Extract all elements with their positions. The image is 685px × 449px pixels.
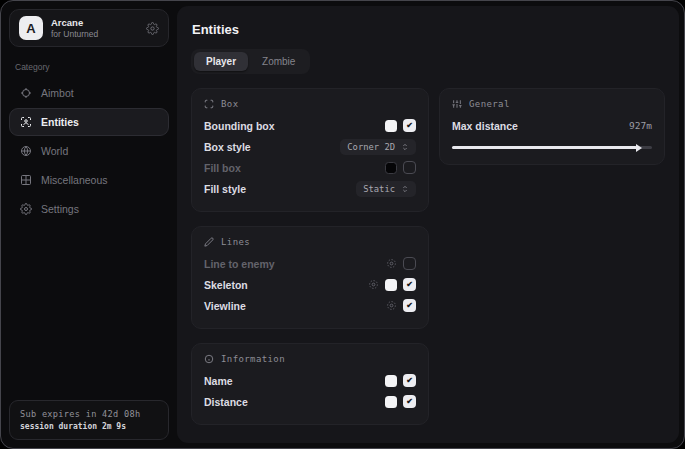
globe-icon — [20, 145, 32, 157]
tab-zombie[interactable]: Zombie — [250, 52, 307, 71]
sidebar-item-label: Settings — [41, 203, 79, 215]
color-swatch[interactable] — [385, 396, 397, 408]
box-style-dropdown[interactable]: Corner 2D — [340, 139, 416, 155]
chevrons-up-down-icon — [401, 185, 409, 193]
tab-player[interactable]: Player — [194, 52, 248, 71]
grid-icon — [20, 174, 32, 186]
setting-row: Fill style Static — [204, 178, 416, 199]
setting-row: Max distance 927m — [452, 115, 652, 136]
setting-row: Distance — [204, 391, 416, 412]
chevrons-up-down-icon — [401, 143, 409, 151]
gear-icon[interactable] — [146, 22, 159, 35]
app-window: A Arcane for Unturned Category Aimbot — [0, 0, 685, 449]
gear-icon[interactable] — [386, 300, 397, 311]
setting-row: Line to enemy — [204, 253, 416, 274]
setting-row: Box style Corner 2D — [204, 136, 416, 157]
max-distance-value: 927m — [629, 120, 652, 131]
setting-row: Viewline — [204, 295, 416, 316]
sidebar-nav: Aimbot Entities World Miscellaneous — [9, 79, 169, 223]
sub-expiry-text: Sub expires in 42d 08h — [20, 409, 158, 419]
color-swatch[interactable] — [385, 162, 397, 174]
app-subtitle: for Unturned — [51, 29, 98, 39]
line-to-enemy-checkbox[interactable] — [403, 257, 416, 270]
page-title: Entities — [192, 22, 665, 37]
gear-icon[interactable] — [368, 279, 379, 290]
setting-row: Bounding box — [204, 115, 416, 136]
sidebar-item-label: World — [41, 145, 68, 157]
gear-icon[interactable] — [386, 258, 397, 269]
information-card: Information Name Distance — [191, 343, 429, 425]
sidebar-item-label: Aimbot — [41, 87, 74, 99]
pencil-icon — [204, 237, 214, 247]
fill-box-checkbox[interactable] — [403, 161, 416, 174]
card-title: Lines — [221, 237, 250, 247]
general-card: General Max distance 927m — [439, 88, 665, 165]
skeleton-checkbox[interactable] — [403, 278, 416, 291]
profile-card: A Arcane for Unturned — [9, 9, 169, 47]
card-title: Information — [221, 354, 285, 364]
sliders-icon — [452, 99, 462, 109]
distance-checkbox[interactable] — [403, 395, 416, 408]
corner-brackets-icon — [204, 99, 214, 109]
subscription-status: Sub expires in 42d 08h session duration … — [9, 400, 169, 440]
card-title: Box — [221, 99, 238, 109]
setting-row: Fill box — [204, 157, 416, 178]
sidebar-item-label: Entities — [41, 116, 79, 128]
viewline-checkbox[interactable] — [403, 299, 416, 312]
tab-bar: Player Zombie — [191, 49, 310, 74]
lines-card: Lines Line to enemy Skeleton — [191, 226, 429, 329]
max-distance-slider[interactable] — [452, 142, 652, 152]
sidebar-item-label: Miscellaneous — [41, 174, 108, 186]
sidebar-item-aimbot[interactable]: Aimbot — [9, 79, 169, 107]
app-title: Arcane — [51, 17, 98, 28]
info-icon — [204, 354, 214, 364]
sidebar-item-entities[interactable]: Entities — [9, 108, 169, 136]
fill-style-dropdown[interactable]: Static — [356, 181, 416, 197]
color-swatch[interactable] — [385, 279, 397, 291]
sidebar-item-world[interactable]: World — [9, 137, 169, 165]
card-title: General — [469, 99, 510, 109]
main-panel: Entities Player Zombie Box Bounding box — [177, 6, 679, 443]
category-label: Category — [15, 62, 163, 72]
setting-row: Name — [204, 370, 416, 391]
app-logo: A — [19, 16, 43, 40]
bounding-box-checkbox[interactable] — [403, 119, 416, 132]
color-swatch[interactable] — [385, 375, 397, 387]
session-duration-text: session duration 2m 9s — [20, 422, 158, 431]
gear-icon — [20, 203, 32, 215]
sidebar-item-miscellaneous[interactable]: Miscellaneous — [9, 166, 169, 194]
sidebar-item-settings[interactable]: Settings — [9, 195, 169, 223]
sidebar: A Arcane for Unturned Category Aimbot — [1, 1, 177, 448]
entity-scan-icon — [20, 116, 32, 128]
color-swatch[interactable] — [385, 120, 397, 132]
setting-row: Skeleton — [204, 274, 416, 295]
box-card: Box Bounding box Box style Corne — [191, 88, 429, 212]
slider-fill — [452, 146, 637, 149]
name-checkbox[interactable] — [403, 374, 416, 387]
crosshair-icon — [20, 87, 32, 99]
